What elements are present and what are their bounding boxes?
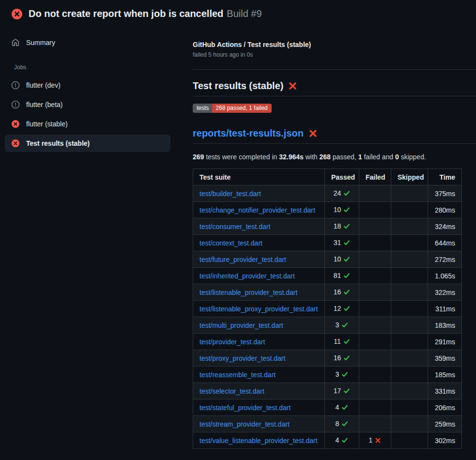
test-suite-link[interactable]: test/stateful_provider_test.dart [200,404,291,412]
test-suite-link[interactable]: test/selector_test.dart [200,387,264,395]
time-cell: 644ms [428,235,462,251]
time-cell: 359ms [428,350,462,367]
check-icon [343,206,350,215]
table-row: test/future_provider_test.dart 10 272ms [193,251,462,268]
skipped-cell [391,399,428,416]
cross-mark-icon [375,437,381,445]
summary-segment: 1 [358,153,362,161]
test-suite-link[interactable]: test/listenable_proxy_provider_test.dart [200,305,318,313]
test-suite-link[interactable]: test/proxy_provider_test.dart [200,354,285,362]
sidebar-jobs-list: flutter (dev) flutter (beta) flutter ( [5,77,189,152]
test-suite-link[interactable]: test/change_notifier_provider_test.dart [200,206,315,214]
passed-cell: 8 [325,416,359,432]
column-header-time: Time [428,169,462,185]
check-icon [341,437,348,445]
test-suite-link[interactable]: test/future_provider_test.dart [200,256,286,263]
skipped-cell [391,284,428,301]
column-header-passed: Passed [325,169,359,185]
build-number: Build #9 [227,8,261,19]
main-content: GitHub Actions / Test results (stable) f… [189,26,476,449]
report-file-link[interactable]: reports/test-results.json [193,128,304,139]
cross-mark-icon [288,81,297,91]
passed-cell: 3 [325,367,359,383]
skipped-cell [391,367,428,383]
summary-segment: 269 [193,153,204,161]
test-suite-link[interactable]: test/context_test.dart [200,239,262,247]
breadcrumb: GitHub Actions / Test results (stable) [193,41,476,48]
test-suite-link[interactable]: test/listenable_provider_test.dart [200,289,297,296]
summary-segment: skipped. [399,153,426,161]
sidebar-job-item[interactable]: Test results (stable) [5,135,170,152]
test-suite-link[interactable]: test/multi_provider_test.dart [200,322,283,329]
report-heading: reports/test-results.json [193,128,476,144]
passed-cell: 81 [325,268,359,284]
table-row: test/listenable_provider_test.dart 16 32… [193,284,462,301]
failed-cell [359,383,391,399]
failed-cell: 1 [359,432,391,449]
skipped-cell [391,301,428,317]
table-row: test/value_listenable_provider_test.dart… [193,432,462,449]
passed-cell: 12 [325,301,359,317]
passed-cell: 4 [325,399,359,416]
column-header-failed: Failed [359,169,391,185]
skipped-cell [391,218,428,235]
skipped-cell [391,432,428,449]
table-row: test/multi_provider_test.dart 3 183ms [193,317,462,334]
sidebar-job-item[interactable]: flutter (beta) [5,96,170,113]
test-suite-link[interactable]: test/provider_test.dart [200,338,265,346]
test-suite-link[interactable]: test/consumer_test.dart [200,223,270,230]
column-header-test-suite: Test suite [193,169,325,185]
passed-cell: 31 [325,235,359,251]
sidebar-job-item[interactable]: flutter (stable) [5,115,170,133]
check-icon [341,404,348,412]
table-row: test/selector_test.dart 17 331ms [193,383,462,399]
skipped-cell [391,317,428,334]
check-title-heading: Test results (stable) [193,80,476,96]
summary-segment: 32.964s [279,153,304,161]
check-icon [343,190,350,198]
skipped-cell [391,383,428,399]
passed-cell: 3 [325,317,359,334]
table-row: test/change_notifier_provider_test.dart … [193,202,462,218]
table-body: test/builder_test.dart 24 375ms [193,185,462,449]
sidebar-job-label: Test results (stable) [26,139,90,147]
table-row: test/listenable_proxy_provider_test.dart… [193,301,462,317]
skipped-cell [391,416,428,432]
test-suite-link[interactable]: test/inherited_provider_test.dart [200,272,295,280]
table-row: test/context_test.dart 31 644ms [193,235,462,251]
badge-label: tests [193,104,212,113]
run-status-line: failed 5 hours ago in 0s [193,51,476,58]
test-suite-link[interactable]: test/stream_provider_test.dart [200,420,290,428]
summary-segment: tests were completed in [204,153,279,161]
skipped-cell [391,350,428,367]
tests-badge: tests 268 passed, 1 failed [193,104,272,113]
failed-cell [359,202,391,218]
sidebar-item-summary[interactable]: Summary [5,34,170,51]
check-icon [343,256,350,264]
time-cell: 183ms [428,317,462,334]
skipped-cell [391,251,428,268]
sidebar-job-item[interactable]: flutter (dev) [5,77,170,94]
column-header-skipped: Skipped [391,169,428,185]
time-cell: 206ms [428,399,462,416]
home-icon [12,39,19,46]
test-suite-link[interactable]: test/value_listenable_provider_test.dart [200,437,318,445]
check-run-header: Do not create report when job is cancell… [0,0,476,26]
check-icon [343,305,350,313]
failed-icon [12,139,19,147]
failed-cell [359,268,391,284]
failed-cell [359,235,391,251]
check-icon [343,338,350,346]
check-icon [343,239,350,247]
test-suite-link[interactable]: test/reassemble_test.dart [200,371,276,379]
test-results-table: Test suite Passed Failed Skipped Time te… [193,169,462,449]
summary-segment: 268 [320,153,331,161]
cancelled-icon [12,101,19,108]
table-row: test/stateful_provider_test.dart 4 206ms [193,399,462,416]
test-suite-link[interactable]: test/builder_test.dart [200,190,261,198]
time-cell: 324ms [428,218,462,235]
failed-cell [359,251,391,268]
skipped-cell [391,202,428,218]
time-cell: 291ms [428,334,462,350]
time-cell: 322ms [428,284,462,301]
